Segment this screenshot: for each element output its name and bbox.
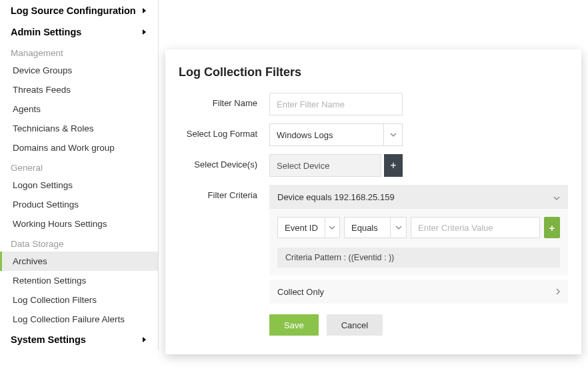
nav-label: Log Source Confinguration bbox=[11, 5, 136, 16]
save-button[interactable]: Save bbox=[269, 314, 319, 336]
devices-label: Select Device(s) bbox=[179, 154, 269, 169]
collect-only-label: Collect Only bbox=[277, 287, 324, 297]
group-management: Management bbox=[0, 43, 158, 61]
criteria-header-text: Device equals 192.168.25.159 bbox=[277, 192, 395, 202]
sidebar-item-log-collection-failure-alerts[interactable]: Log Collection Failure Alerts bbox=[0, 310, 158, 329]
criteria-operator-select[interactable]: Equals bbox=[344, 217, 407, 238]
collect-only-accordion[interactable]: Collect Only bbox=[269, 280, 568, 304]
sidebar-item-technicians-roles[interactable]: Technicians & Roles bbox=[0, 119, 158, 138]
page-title: Log Collection Filters bbox=[179, 65, 568, 79]
group-data-storage: Data Storage bbox=[0, 234, 158, 252]
chevron-right-icon bbox=[556, 287, 560, 297]
criteria-accordion-header[interactable]: Device equals 192.168.25.159 bbox=[269, 185, 568, 209]
sidebar-item-retention-settings[interactable]: Retention Settings bbox=[0, 271, 158, 290]
sidebar-item-product-settings[interactable]: Product Settings bbox=[0, 195, 158, 214]
sidebar-item-log-collection-filters[interactable]: Log Collection Filters bbox=[0, 290, 158, 310]
sidebar-item-domains-workgroup[interactable]: Domains and Work group bbox=[0, 138, 158, 157]
sidebar-item-logon-settings[interactable]: Logon Settings bbox=[0, 175, 158, 195]
log-collection-filters-panel: Log Collection Filters Filter Name Selec… bbox=[165, 49, 581, 354]
nav-label: Admin Settings bbox=[11, 27, 81, 37]
criteria-body: Event ID Equals + bbox=[269, 209, 568, 276]
criteria-operator-value: Equals bbox=[345, 223, 390, 233]
log-format-select[interactable]: Windows Logs bbox=[269, 123, 403, 146]
criteria-label: Filter Criteria bbox=[179, 185, 269, 200]
add-device-button[interactable]: + bbox=[384, 154, 403, 177]
criteria-field-value: Event ID bbox=[278, 223, 325, 233]
sidebar-item-working-hours[interactable]: Working Hours Settings bbox=[0, 214, 158, 234]
log-format-value: Windows Logs bbox=[270, 130, 383, 140]
device-select-value: Select Device bbox=[277, 161, 329, 171]
group-general: General bbox=[0, 157, 158, 175]
criteria-pattern: Criteria Pattern : ((Eventid : )) bbox=[277, 248, 560, 268]
nav-label: System Settings bbox=[11, 334, 86, 345]
chevron-down-icon bbox=[390, 218, 406, 238]
caret-right-icon bbox=[142, 7, 147, 14]
chevron-down-icon bbox=[383, 124, 402, 145]
log-format-label: Select Log Format bbox=[179, 123, 269, 139]
sidebar: Log Source Confinguration Admin Settings… bbox=[0, 0, 159, 350]
nav-log-source-config[interactable]: Log Source Confinguration bbox=[0, 0, 158, 21]
sidebar-item-threats-feeds[interactable]: Threats Feeds bbox=[0, 80, 158, 99]
filter-name-input[interactable] bbox=[269, 93, 403, 115]
sidebar-item-agents[interactable]: Agents bbox=[0, 99, 158, 119]
caret-right-icon bbox=[142, 336, 147, 343]
chevron-down-icon bbox=[325, 218, 339, 238]
criteria-field-select[interactable]: Event ID bbox=[277, 217, 340, 238]
filter-name-label: Filter Name bbox=[179, 93, 269, 108]
caret-right-icon bbox=[142, 29, 147, 35]
nav-system-settings[interactable]: System Settings bbox=[0, 329, 158, 350]
plus-icon: + bbox=[549, 222, 555, 234]
chevron-down-icon bbox=[553, 192, 560, 202]
sidebar-item-archives[interactable]: Archives bbox=[0, 252, 158, 271]
nav-admin-settings[interactable]: Admin Settings bbox=[0, 21, 158, 43]
device-select[interactable]: Select Device bbox=[269, 154, 381, 177]
sidebar-item-device-groups[interactable]: Device Groups bbox=[0, 61, 158, 80]
cancel-button[interactable]: Cancel bbox=[327, 314, 383, 336]
add-criteria-button[interactable]: + bbox=[544, 217, 560, 238]
criteria-value-input[interactable] bbox=[411, 217, 540, 238]
plus-icon: + bbox=[390, 159, 396, 171]
